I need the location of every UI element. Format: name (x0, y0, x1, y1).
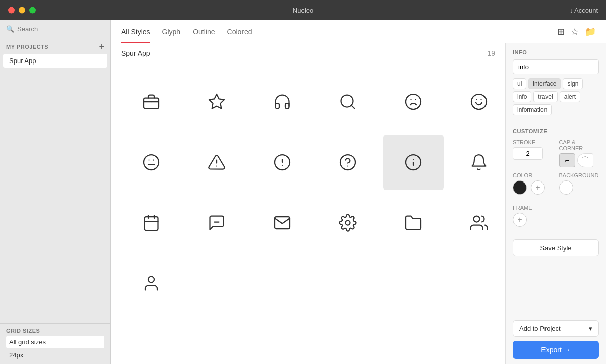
background-swatches (559, 180, 599, 195)
tab-colored[interactable]: Colored (227, 20, 252, 43)
bell-icon (470, 153, 488, 171)
grid-sizes-section: GRID SIZES All grid sizes 24px (0, 323, 110, 364)
icon-search[interactable] (318, 74, 378, 130)
tag-travel[interactable]: travel (533, 91, 557, 102)
grid-item-all[interactable]: All grid sizes (6, 336, 104, 348)
icon-headset[interactable] (252, 74, 313, 130)
icon-mail[interactable] (252, 195, 313, 251)
tab-colored-label: Colored (227, 28, 252, 36)
icon-star[interactable] (187, 74, 247, 130)
color-black-swatch[interactable] (513, 180, 527, 195)
folder-icon[interactable]: 📁 (585, 26, 596, 37)
icon-sad-face[interactable] (383, 74, 444, 130)
tag-information[interactable]: information (513, 104, 552, 115)
grid-24px-label: 24px (9, 351, 23, 359)
search-wrapper[interactable]: 🔍 (6, 25, 104, 33)
sidebar-item-spur-app[interactable]: Spur App (3, 54, 107, 68)
project-count: 19 (487, 49, 495, 57)
color-row: COLOR + BACKGROUND (513, 172, 599, 200)
save-style-button[interactable]: Save Style (513, 239, 599, 256)
add-to-project-label: Add to Project (519, 325, 561, 332)
titlebar: Nucleo ↓ Account (0, 0, 606, 20)
star-icon (208, 93, 226, 111)
cap-round-button[interactable]: ⌒ (577, 153, 593, 167)
favorites-icon[interactable]: ☆ (571, 26, 579, 37)
svg-point-5 (406, 94, 421, 109)
stroke-row: STROKE CAP & CORNER ⌐ ⌒ (513, 139, 599, 167)
icon-chat-minus[interactable] (187, 195, 247, 251)
account-menu[interactable]: ↓ Account (570, 7, 598, 14)
sidebar-search-area: 🔍 (0, 20, 110, 38)
svg-line-4 (351, 105, 355, 109)
user-circle-icon (142, 274, 160, 292)
icon-briefcase[interactable] (121, 74, 181, 130)
info-section: INFO ui interface sign info travel alert… (506, 43, 606, 122)
minimize-dot[interactable] (19, 7, 25, 14)
top-nav: All Styles Glyph Outline Colored ⊞ ☆ 📁 (111, 20, 606, 43)
tag-sign[interactable]: sign (563, 78, 583, 89)
icon-grid (111, 64, 505, 321)
grid-view-icon[interactable]: ⊞ (557, 26, 565, 37)
grid-all-label: All grid sizes (9, 338, 46, 346)
icon-circle-question[interactable] (318, 135, 378, 190)
mail-icon (273, 214, 291, 232)
icon-circle-exclaim[interactable] (252, 135, 313, 190)
tab-glyph[interactable]: Glyph (162, 20, 181, 43)
color-label: COLOR (513, 172, 553, 178)
icon-user-circle[interactable] (121, 256, 181, 311)
background-col: BACKGROUND (559, 172, 599, 200)
tag-ui[interactable]: ui (513, 78, 526, 89)
window-controls (8, 7, 36, 14)
tag-interface[interactable]: interface (528, 78, 561, 89)
icon-calendar[interactable] (121, 195, 181, 251)
icon-neutral-face[interactable] (121, 135, 181, 190)
svg-point-20 (340, 155, 355, 170)
frame-add-button[interactable]: + (513, 213, 527, 227)
icon-warning[interactable] (187, 135, 247, 190)
tag-info[interactable]: info (513, 91, 531, 102)
project-name: Spur App (121, 49, 150, 57)
add-to-project-button[interactable]: Add to Project ▾ (513, 320, 599, 337)
search-icon (339, 93, 357, 111)
briefcase-icon (142, 93, 160, 111)
icon-bell[interactable] (449, 135, 505, 190)
tag-container: ui interface sign info travel alert info… (513, 78, 599, 115)
frame-col: FRAME + (513, 205, 599, 227)
neutral-face-icon (142, 153, 160, 171)
grid-item-24px[interactable]: 24px (6, 349, 104, 361)
cap-corner-label: CAP & CORNER (559, 139, 599, 151)
search-input[interactable] (17, 25, 104, 33)
color-col: COLOR + (513, 172, 553, 200)
icon-smiley[interactable] (449, 74, 505, 130)
icon-folder[interactable] (383, 195, 444, 251)
icon-settings[interactable] (318, 195, 378, 251)
project-header: Spur App 19 (111, 43, 505, 64)
maximize-dot[interactable] (29, 7, 36, 14)
stroke-input[interactable] (513, 147, 543, 160)
tab-outline[interactable]: Outline (193, 20, 215, 43)
info-search-input[interactable] (513, 59, 599, 74)
color-add-button[interactable]: + (531, 180, 545, 195)
icon-circle-info[interactable] (383, 135, 444, 190)
tab-all-styles[interactable]: All Styles (121, 20, 150, 43)
info-section-title: INFO (513, 49, 599, 55)
export-button[interactable]: Export → (513, 341, 599, 359)
stroke-label: STROKE (513, 139, 553, 145)
add-project-button[interactable]: + (99, 42, 104, 51)
close-dot[interactable] (8, 7, 15, 14)
tag-alert[interactable]: alert (560, 91, 580, 102)
smiley-icon (470, 93, 488, 111)
cap-square-button[interactable]: ⌐ (559, 153, 575, 167)
circle-question-icon (339, 153, 357, 171)
tab-outline-label: Outline (193, 28, 215, 36)
app-title: Nucleo (293, 7, 313, 14)
project-name-label: Spur App (9, 57, 36, 65)
background-white-swatch[interactable] (559, 180, 573, 195)
icon-team[interactable] (449, 195, 505, 251)
sidebar: 🔍 MY PROJECTS + Spur App GRID SIZES All … (0, 20, 111, 364)
svg-point-11 (144, 155, 159, 170)
svg-point-8 (471, 94, 487, 109)
folder-icon (404, 214, 422, 232)
grid-sizes-label: GRID SIZES (6, 328, 104, 334)
icon-grid-area: Spur App 19 (111, 43, 606, 364)
